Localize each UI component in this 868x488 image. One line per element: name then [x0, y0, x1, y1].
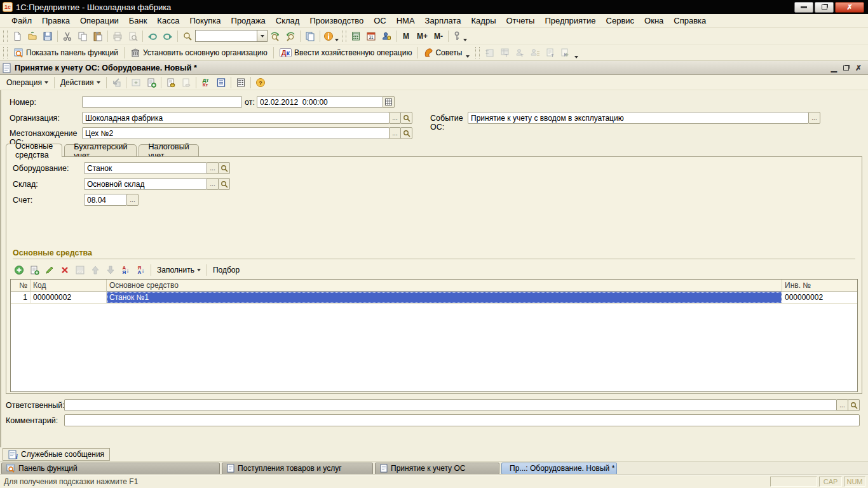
print-button[interactable]: [110, 29, 125, 43]
equipment-input[interactable]: Станок: [84, 162, 207, 174]
unpost-document-button[interactable]: [179, 76, 194, 90]
cell-asset-selected[interactable]: Станок №1: [107, 292, 782, 304]
location-field[interactable]: Цех №2 ...: [82, 127, 412, 139]
doc-minimize-button[interactable]: ▁: [831, 64, 837, 72]
search-combobox-dropdown[interactable]: [257, 30, 267, 41]
calculator-button[interactable]: [348, 29, 363, 43]
delete-row-button[interactable]: [57, 263, 72, 277]
cut-button[interactable]: [60, 29, 75, 43]
event-input[interactable]: Принятие к учету с вводом в эксплуатацию: [468, 112, 809, 124]
menu-bank[interactable]: Банк: [124, 15, 153, 27]
redo-button[interactable]: [160, 29, 175, 43]
menu-hr[interactable]: Кадры: [466, 15, 501, 27]
find-previous-button[interactable]: [283, 29, 298, 43]
document-list-button[interactable]: [214, 76, 229, 90]
cell-inv-number[interactable]: 000000002: [782, 292, 857, 304]
paste-button[interactable]: [90, 29, 105, 43]
comment-field[interactable]: [64, 414, 860, 426]
tab-fixed-assets[interactable]: Основные средства: [6, 144, 62, 157]
set-main-organization-button[interactable]: Установить основную организацию: [126, 46, 271, 60]
table-fields-button[interactable]: T: [497, 46, 512, 60]
organization-choose-button[interactable]: ...: [389, 112, 401, 124]
responsible-field[interactable]: ...: [64, 399, 860, 411]
column-header-asset[interactable]: Основное средство: [107, 280, 782, 292]
toolbar-grip[interactable]: [3, 30, 8, 42]
sum-by-column-button[interactable]: Σ: [482, 46, 497, 60]
menu-production[interactable]: Производство: [304, 15, 369, 27]
sort-descending-button[interactable]: ЯА↓: [133, 263, 149, 277]
menu-file[interactable]: Файл: [6, 15, 37, 27]
column-header-code[interactable]: Код: [31, 280, 107, 292]
menu-reports[interactable]: Отчеты: [501, 15, 539, 27]
toolbar-grip[interactable]: [475, 47, 480, 58]
user-text-button[interactable]: T: [512, 46, 527, 60]
calendar-button[interactable]: 31: [363, 29, 379, 43]
actions-menu-button[interactable]: Действия: [57, 76, 104, 90]
responsible-open-button[interactable]: [848, 399, 860, 411]
responsible-choose-button[interactable]: ...: [836, 399, 848, 411]
edit-row-button[interactable]: [42, 263, 57, 277]
location-open-button[interactable]: [400, 127, 412, 139]
organization-open-button[interactable]: [400, 112, 412, 124]
doc-close-button[interactable]: ✗: [855, 64, 862, 72]
cell-row-number[interactable]: 1: [11, 292, 31, 304]
sort-ascending-button[interactable]: АЯ↓: [118, 263, 133, 277]
enter-business-operation-button[interactable]: Дк Ввести хозяйственную операцию: [276, 46, 416, 60]
account-choose-button[interactable]: ...: [126, 194, 139, 206]
dt-kt-button[interactable]: ДтКт: [198, 76, 214, 90]
menu-windows[interactable]: Окна: [639, 15, 668, 27]
toolbar-grip[interactable]: [342, 30, 346, 42]
new-document-button[interactable]: [10, 29, 25, 43]
search-combobox[interactable]: [195, 30, 268, 42]
document-fields-button[interactable]: T: [543, 46, 558, 60]
copy-document-button[interactable]: [144, 76, 159, 90]
memory-minus-button[interactable]: М-: [431, 29, 446, 43]
location-choose-button[interactable]: ...: [389, 127, 401, 139]
operation-menu-button[interactable]: Операция: [3, 76, 52, 90]
reread-button[interactable]: [109, 76, 124, 90]
refresh-button[interactable]: [128, 76, 144, 90]
column-header-inv[interactable]: Инв. №: [782, 280, 857, 292]
warehouse-choose-button[interactable]: ...: [207, 178, 219, 190]
table-row[interactable]: 1 000000002 Станок №1 000000002: [11, 292, 857, 304]
save-button[interactable]: [40, 29, 55, 43]
menu-help[interactable]: Справка: [668, 15, 711, 27]
window-tab-function-panel[interactable]: Панель функций: [1, 463, 220, 475]
warehouse-field[interactable]: Основной склад ...: [84, 178, 230, 190]
calendar-picker-button[interactable]: [383, 96, 395, 108]
move-columns-button[interactable]: [558, 46, 573, 60]
open-button[interactable]: [25, 29, 40, 43]
end-edit-button[interactable]: ОК: [72, 263, 88, 277]
toolbar-grip[interactable]: [3, 47, 8, 58]
menu-nma[interactable]: НМА: [391, 15, 420, 27]
doc-restore-button[interactable]: [843, 64, 849, 72]
print-preview-button[interactable]: [125, 29, 140, 43]
settings-key-button[interactable]: [451, 29, 468, 43]
number-input[interactable]: [82, 96, 242, 108]
menu-operations[interactable]: Операции: [75, 15, 124, 27]
close-button[interactable]: ✗: [835, 2, 864, 13]
show-function-panel-button[interactable]: Показать панель функций: [10, 46, 122, 60]
cell-code[interactable]: 000000002: [31, 292, 107, 304]
responsible-input[interactable]: [64, 399, 837, 411]
event-choose-button[interactable]: ...: [808, 112, 820, 124]
fill-button[interactable]: Заполнить: [153, 263, 205, 277]
tab-tax[interactable]: Налоговый учет: [139, 144, 198, 157]
find-button[interactable]: [180, 29, 195, 43]
pick-button[interactable]: Подбор: [209, 263, 243, 277]
column-header-number[interactable]: №: [11, 280, 31, 292]
date-input[interactable]: 02.02.2012 0:00:00: [257, 96, 383, 108]
menu-sales[interactable]: Продажа: [226, 15, 271, 27]
window-copy-button[interactable]: [302, 29, 318, 43]
menu-salary[interactable]: Зарплата: [420, 15, 466, 27]
memory-plus-button[interactable]: М+: [414, 29, 431, 43]
organization-field[interactable]: Шоколадная фабрика ...: [82, 112, 412, 124]
tips-button[interactable]: Советы: [420, 46, 473, 60]
date-field[interactable]: 02.02.2012 0:00:00: [257, 96, 395, 108]
number-field[interactable]: [82, 96, 242, 108]
window-tab-os-acceptance-list[interactable]: Принятие к учету ОС: [375, 463, 499, 475]
menu-service[interactable]: Сервис: [601, 15, 640, 27]
location-input[interactable]: Цех №2: [82, 127, 390, 139]
restore-button[interactable]: [815, 2, 834, 13]
window-tab-goods-receipts[interactable]: Поступления товаров и услуг: [222, 463, 373, 475]
